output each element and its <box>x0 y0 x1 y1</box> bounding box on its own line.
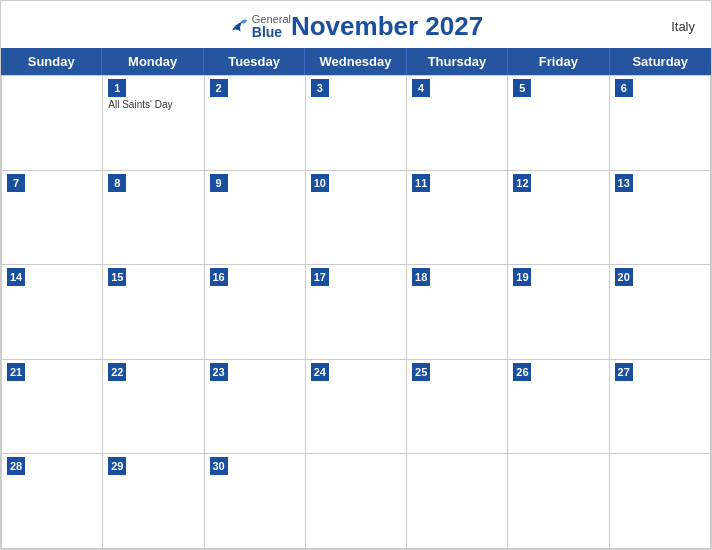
day-number: 7 <box>7 174 25 192</box>
logo: General Blue <box>229 13 291 40</box>
day-number: 4 <box>412 79 430 97</box>
day-number: 29 <box>108 457 126 475</box>
day-cell: 6 <box>610 76 711 171</box>
day-cell: 10 <box>306 171 407 266</box>
day-cell: 19 <box>508 265 609 360</box>
day-cell: 23 <box>205 360 306 455</box>
day-cell: 24 <box>306 360 407 455</box>
day-header-tuesday: Tuesday <box>204 48 305 75</box>
calendar-grid: 1All Saints' Day234567891011121314151617… <box>1 75 711 549</box>
day-cell <box>407 454 508 549</box>
day-cell: 30 <box>205 454 306 549</box>
day-event: All Saints' Day <box>108 99 198 111</box>
day-cell: 15 <box>103 265 204 360</box>
day-cell: 18 <box>407 265 508 360</box>
day-header-thursday: Thursday <box>407 48 508 75</box>
day-cell: 8 <box>103 171 204 266</box>
day-number: 2 <box>210 79 228 97</box>
day-number: 10 <box>311 174 329 192</box>
day-number: 3 <box>311 79 329 97</box>
day-number: 20 <box>615 268 633 286</box>
calendar: General Blue November 2027 Italy Sunday … <box>0 0 712 550</box>
day-cell: 11 <box>407 171 508 266</box>
day-cell: 13 <box>610 171 711 266</box>
day-cell: 22 <box>103 360 204 455</box>
day-number: 22 <box>108 363 126 381</box>
day-cell: 26 <box>508 360 609 455</box>
day-number: 30 <box>210 457 228 475</box>
day-cell: 2 <box>205 76 306 171</box>
day-cell: 25 <box>407 360 508 455</box>
country-label: Italy <box>671 19 695 34</box>
day-cell <box>508 454 609 549</box>
day-number: 24 <box>311 363 329 381</box>
day-cell: 28 <box>2 454 103 549</box>
day-cell: 5 <box>508 76 609 171</box>
day-number: 1 <box>108 79 126 97</box>
day-cell: 7 <box>2 171 103 266</box>
logo-bird-icon <box>229 15 249 37</box>
day-number: 8 <box>108 174 126 192</box>
logo-blue-text: Blue <box>252 25 291 40</box>
day-number: 21 <box>7 363 25 381</box>
days-header: Sunday Monday Tuesday Wednesday Thursday… <box>1 48 711 75</box>
day-number: 12 <box>513 174 531 192</box>
day-number: 25 <box>412 363 430 381</box>
day-number: 14 <box>7 268 25 286</box>
day-number: 19 <box>513 268 531 286</box>
day-number: 26 <box>513 363 531 381</box>
day-cell: 21 <box>2 360 103 455</box>
day-number: 23 <box>210 363 228 381</box>
day-cell: 4 <box>407 76 508 171</box>
day-number: 5 <box>513 79 531 97</box>
day-cell <box>610 454 711 549</box>
day-number: 6 <box>615 79 633 97</box>
day-number: 18 <box>412 268 430 286</box>
day-header-saturday: Saturday <box>610 48 711 75</box>
day-cell: 3 <box>306 76 407 171</box>
day-cell: 20 <box>610 265 711 360</box>
day-cell: 9 <box>205 171 306 266</box>
day-cell <box>2 76 103 171</box>
day-header-sunday: Sunday <box>1 48 102 75</box>
day-number: 13 <box>615 174 633 192</box>
day-cell: 17 <box>306 265 407 360</box>
day-header-friday: Friday <box>508 48 609 75</box>
day-number: 16 <box>210 268 228 286</box>
day-cell: 12 <box>508 171 609 266</box>
day-number: 27 <box>615 363 633 381</box>
calendar-header: General Blue November 2027 Italy <box>1 1 711 48</box>
day-number: 9 <box>210 174 228 192</box>
day-number: 15 <box>108 268 126 286</box>
day-cell: 1All Saints' Day <box>103 76 204 171</box>
day-cell: 14 <box>2 265 103 360</box>
day-cell: 29 <box>103 454 204 549</box>
logo-text: General Blue <box>252 13 291 40</box>
day-number: 28 <box>7 457 25 475</box>
day-cell: 27 <box>610 360 711 455</box>
day-number: 11 <box>412 174 430 192</box>
calendar-title: November 2027 <box>291 11 483 42</box>
day-number: 17 <box>311 268 329 286</box>
day-header-wednesday: Wednesday <box>305 48 406 75</box>
day-header-monday: Monday <box>102 48 203 75</box>
day-cell: 16 <box>205 265 306 360</box>
day-cell <box>306 454 407 549</box>
